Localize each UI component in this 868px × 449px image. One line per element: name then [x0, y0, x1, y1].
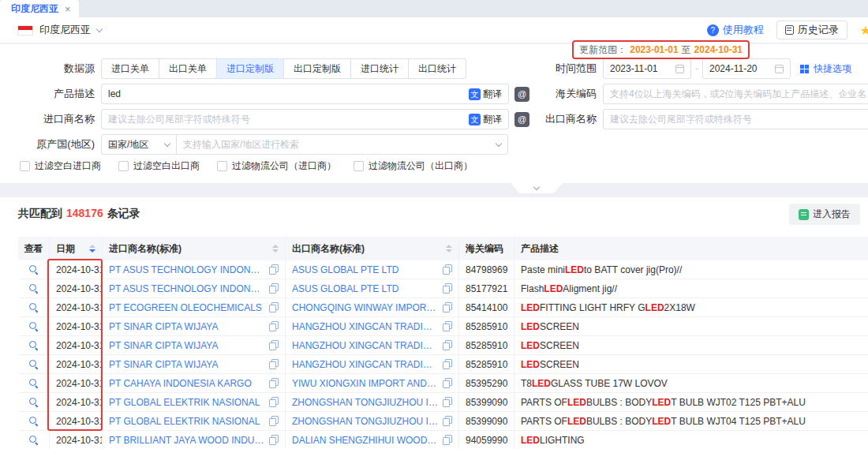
- importer-link[interactable]: PT BRILLIANT JAYA WOOD INDUSTRY: [109, 435, 264, 446]
- calendar-icon[interactable]: [775, 65, 784, 73]
- copy-icon[interactable]: [443, 359, 452, 369]
- sort-icons-importer[interactable]: [268, 245, 279, 253]
- header-date[interactable]: 日期: [50, 237, 103, 260]
- copy-icon[interactable]: [443, 416, 452, 426]
- hs-code-input[interactable]: [610, 88, 867, 99]
- copy-icon[interactable]: [443, 302, 452, 312]
- example-at-icon[interactable]: @: [514, 112, 529, 127]
- product-desc-input[interactable]: [108, 88, 469, 99]
- checkbox-icon[interactable]: [217, 161, 227, 171]
- tab-indonesia[interactable]: 印度尼西亚 ×: [0, 0, 79, 17]
- translate-button[interactable]: 文 翻译: [469, 113, 502, 126]
- copy-icon[interactable]: [269, 416, 279, 426]
- sort-icons-exporter[interactable]: [441, 245, 452, 253]
- collapse-panel-toggle[interactable]: [511, 183, 563, 193]
- date-to-field[interactable]: [702, 58, 791, 79]
- copy-icon[interactable]: [443, 435, 452, 445]
- quick-options-link[interactable]: 快捷选项: [800, 62, 851, 76]
- exporter-link[interactable]: HANGZHOU XINGCAN TRADING CO LTD: [292, 359, 438, 370]
- exporter-field[interactable]: [603, 109, 868, 129]
- view-magnifier-icon[interactable]: [28, 264, 39, 275]
- header-exporter[interactable]: 出口商名称(标准): [286, 237, 459, 260]
- copy-icon[interactable]: [269, 264, 279, 275]
- hs-code-field[interactable]: [603, 84, 868, 104]
- importer-link[interactable]: PT SINAR CIPTA WIJAYA: [109, 340, 264, 351]
- view-magnifier-icon[interactable]: [28, 397, 39, 407]
- tab-import-statistics[interactable]: 进口统计: [350, 58, 409, 79]
- importer-input[interactable]: [108, 114, 469, 125]
- checkbox-filter-logistics-exporter[interactable]: 过滤物流公司（出口商）: [354, 159, 473, 173]
- importer-link[interactable]: PT ASUS TECHNOLOGY INDONESIA BA...: [109, 283, 264, 294]
- header-importer[interactable]: 进口商名称(标准): [103, 237, 286, 260]
- importer-field[interactable]: 文 翻译: [101, 109, 509, 129]
- origin-type-select[interactable]: 国家/地区: [101, 134, 177, 155]
- exporter-link[interactable]: YIWU XIONGXIN IMPORT AND EXPORT...: [292, 378, 438, 389]
- importer-link[interactable]: PT ECOGREEN OLEOCHEMICALS: [109, 302, 264, 313]
- checkbox-icon[interactable]: [20, 161, 30, 171]
- copy-icon[interactable]: [269, 302, 279, 312]
- view-magnifier-icon[interactable]: [28, 283, 39, 294]
- tab-export-customs[interactable]: 出口关单: [159, 58, 217, 79]
- checkbox-filter-logistics-importer[interactable]: 过滤物流公司（进口商）: [217, 159, 336, 173]
- copy-icon[interactable]: [443, 283, 452, 294]
- enter-report-button[interactable]: 进入报告: [789, 204, 860, 225]
- importer-link[interactable]: PT GLOBAL ELEKTRIK NASIONAL: [109, 397, 264, 408]
- exporter-link[interactable]: ZHONGSHAN TONGJIUZHOU INTERNA...: [292, 397, 438, 408]
- exporter-link[interactable]: CHONGQING WINWAY IMPORT AND E...: [292, 302, 438, 313]
- copy-icon[interactable]: [269, 435, 279, 445]
- importer-link[interactable]: PT ASUS TECHNOLOGY INDONESIA BA...: [109, 264, 264, 275]
- view-magnifier-icon[interactable]: [28, 416, 39, 426]
- copy-icon[interactable]: [269, 397, 279, 407]
- checkbox-filter-blank-exporter[interactable]: 过滤空白出口商: [118, 159, 200, 173]
- view-magnifier-icon[interactable]: [28, 302, 39, 312]
- origin-input[interactable]: [183, 139, 496, 150]
- copy-icon[interactable]: [443, 397, 452, 407]
- exporter-input[interactable]: [610, 114, 867, 125]
- copy-icon[interactable]: [443, 340, 452, 350]
- importer-link[interactable]: PT SINAR CIPTA WIJAYA: [109, 321, 264, 332]
- copy-icon[interactable]: [269, 321, 279, 331]
- copy-icon[interactable]: [269, 340, 279, 350]
- copy-icon[interactable]: [269, 283, 279, 294]
- exporter-link[interactable]: ASUS GLOBAL PTE LTD: [292, 283, 438, 294]
- favorite-star-icon[interactable]: ★: [860, 23, 868, 38]
- calendar-icon[interactable]: [675, 65, 684, 73]
- view-magnifier-icon[interactable]: [28, 340, 39, 350]
- checkbox-icon[interactable]: [118, 161, 129, 171]
- checkbox-filter-blank-importer[interactable]: 过滤空白进口商: [20, 159, 101, 173]
- exporter-link[interactable]: ZHONGSHAN TONGJIUZHOU INTERNA...: [292, 416, 438, 427]
- view-magnifier-icon[interactable]: [28, 359, 39, 369]
- origin-field[interactable]: [176, 134, 508, 155]
- importer-link[interactable]: PT GLOBAL ELEKTRIK NASIONAL: [109, 416, 264, 427]
- product-desc-field[interactable]: 文 翻译: [101, 84, 509, 104]
- exporter-link[interactable]: DALIAN SHENGZHIHUI WOOD INDUST...: [292, 435, 438, 446]
- importer-link[interactable]: PT SINAR CIPTA WIJAYA: [109, 359, 264, 370]
- date-from-input[interactable]: [610, 63, 675, 74]
- copy-icon[interactable]: [269, 378, 279, 388]
- importer-link[interactable]: PT CAHAYA INDONESIA KARGO: [109, 378, 264, 389]
- example-at-icon[interactable]: @: [514, 87, 529, 102]
- close-icon[interactable]: ×: [65, 3, 71, 15]
- translate-button[interactable]: 文 翻译: [469, 88, 502, 101]
- country-selector[interactable]: 印度尼西亚: [17, 23, 102, 37]
- copy-icon[interactable]: [443, 264, 452, 275]
- date-to-input[interactable]: [709, 63, 775, 74]
- checkbox-icon[interactable]: [354, 161, 364, 171]
- tab-import-customs[interactable]: 进口关单: [101, 58, 159, 79]
- history-button[interactable]: 历史记录: [776, 21, 847, 39]
- exporter-link[interactable]: HANGZHOU XINGCAN TRADING CO LTD: [292, 321, 438, 332]
- exporter-link[interactable]: ASUS GLOBAL PTE LTD: [292, 264, 438, 275]
- view-magnifier-icon[interactable]: [28, 321, 39, 331]
- tutorial-link[interactable]: ? 使用教程: [707, 23, 764, 37]
- copy-icon[interactable]: [443, 321, 452, 331]
- view-magnifier-icon[interactable]: [28, 435, 39, 445]
- tab-export-statistics[interactable]: 出口统计: [408, 58, 466, 79]
- copy-icon[interactable]: [443, 378, 452, 388]
- copy-icon[interactable]: [269, 359, 279, 369]
- date-from-field[interactable]: [603, 58, 691, 79]
- sort-icons-date[interactable]: [84, 245, 95, 253]
- tab-import-custom-edition[interactable]: 进口定制版: [216, 58, 284, 79]
- tab-export-custom-edition[interactable]: 出口定制版: [283, 58, 351, 79]
- exporter-link[interactable]: HANGZHOU XINGCAN TRADING CO LTD: [292, 340, 438, 351]
- view-magnifier-icon[interactable]: [28, 378, 39, 388]
